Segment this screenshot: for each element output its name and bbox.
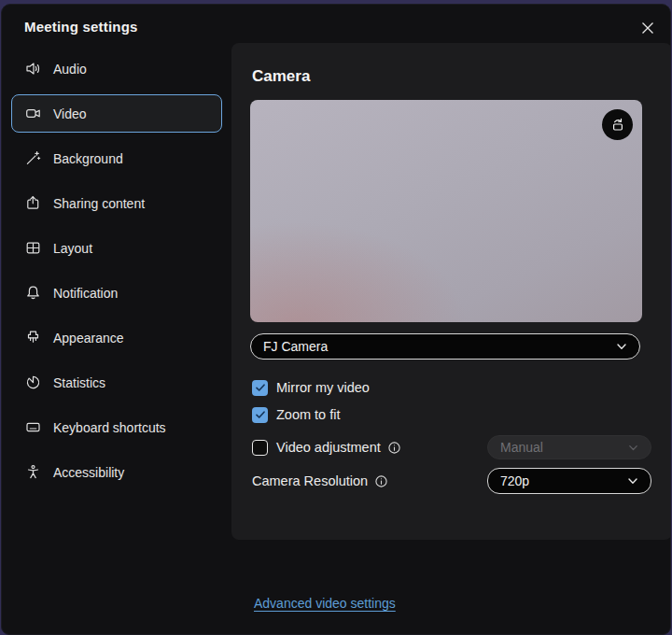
audio-icon xyxy=(25,61,41,77)
layout-grid-icon xyxy=(25,240,41,256)
sidebar-item-label: Accessibility xyxy=(53,465,124,480)
close-button[interactable] xyxy=(637,18,658,38)
sidebar-item-label: Layout xyxy=(53,241,92,256)
chevron-down-icon xyxy=(615,340,628,353)
pie-chart-icon xyxy=(25,374,41,390)
close-icon xyxy=(641,21,654,35)
video-adjustment-mode-value: Manual xyxy=(500,440,543,455)
magic-wand-icon xyxy=(25,150,41,166)
info-icon[interactable] xyxy=(387,441,401,455)
sidebar-item-label: Statistics xyxy=(53,375,105,390)
sidebar-item-layout[interactable]: Layout xyxy=(11,229,222,267)
accessibility-icon xyxy=(25,464,41,480)
sidebar-item-notification[interactable]: Notification xyxy=(11,274,222,312)
share-icon xyxy=(25,195,41,211)
sidebar-item-label: Sharing content xyxy=(53,196,145,211)
sidebar-item-background[interactable]: Background xyxy=(11,139,222,177)
meeting-settings-dialog: Meeting settings Audio xyxy=(1,4,671,635)
chevron-down-icon xyxy=(626,474,639,487)
zoom-to-fit-label: Zoom to fit xyxy=(276,407,341,422)
sidebar-item-label: Notification xyxy=(53,286,118,301)
video-icon xyxy=(25,106,41,121)
camera-preview xyxy=(250,100,642,322)
camera-resolution-value: 720p xyxy=(500,473,529,488)
camera-device-value: FJ Camera xyxy=(263,339,328,354)
panel-heading: Camera xyxy=(252,67,310,86)
chevron-down-icon xyxy=(627,442,639,454)
video-adjustment-mode-select: Manual xyxy=(487,435,651,459)
dialog-title: Meeting settings xyxy=(24,19,138,35)
camera-device-select[interactable]: FJ Camera xyxy=(250,333,640,360)
checkmark-icon xyxy=(255,409,266,420)
mirror-video-label: Mirror my video xyxy=(276,380,370,395)
checkmark-icon xyxy=(255,382,266,393)
paintbrush-icon xyxy=(25,330,41,346)
sidebar-item-keyboard-shortcuts[interactable]: Keyboard shortcuts xyxy=(11,408,222,446)
sidebar-item-label: Video xyxy=(53,106,87,121)
video-options: Mirror my video Zoom to fit Video adjust… xyxy=(252,378,651,494)
camera-resolution-row: Camera Resolution 720p xyxy=(252,468,651,494)
sidebar-item-label: Audio xyxy=(53,62,87,77)
bell-icon xyxy=(25,285,41,301)
sidebar-item-statistics[interactable]: Statistics xyxy=(11,363,222,402)
sidebar-item-video[interactable]: Video xyxy=(11,94,222,133)
video-adjustment-checkbox[interactable] xyxy=(252,440,268,456)
sidebar-item-appearance[interactable]: Appearance xyxy=(11,318,222,357)
sidebar-item-label: Keyboard shortcuts xyxy=(53,420,166,435)
camera-resolution-select[interactable]: 720p xyxy=(487,468,651,494)
zoom-to-fit-row: Zoom to fit xyxy=(252,405,651,424)
sidebar-item-label: Background xyxy=(53,151,123,166)
keyboard-icon xyxy=(25,419,41,435)
advanced-video-settings-link[interactable]: Advanced video settings xyxy=(254,596,396,611)
zoom-to-fit-checkbox[interactable] xyxy=(252,407,268,423)
sidebar-item-sharing-content[interactable]: Sharing content xyxy=(11,184,222,222)
mirror-video-checkbox[interactable] xyxy=(252,380,268,396)
settings-sidebar: Audio Video Background xyxy=(2,49,231,498)
flip-camera-icon xyxy=(609,117,626,134)
sidebar-item-audio[interactable]: Audio xyxy=(11,49,222,88)
camera-resolution-label: Camera Resolution xyxy=(252,473,368,488)
info-icon[interactable] xyxy=(374,474,388,488)
mirror-video-row: Mirror my video xyxy=(252,378,651,397)
video-adjustment-row: Video adjustment Manual xyxy=(252,435,651,459)
sidebar-item-label: Appearance xyxy=(53,331,124,346)
flip-camera-button[interactable] xyxy=(602,109,633,140)
sidebar-item-accessibility[interactable]: Accessibility xyxy=(11,453,222,491)
video-settings-panel: Camera FJ Camera xyxy=(231,43,671,540)
video-adjustment-label: Video adjustment xyxy=(276,440,381,455)
